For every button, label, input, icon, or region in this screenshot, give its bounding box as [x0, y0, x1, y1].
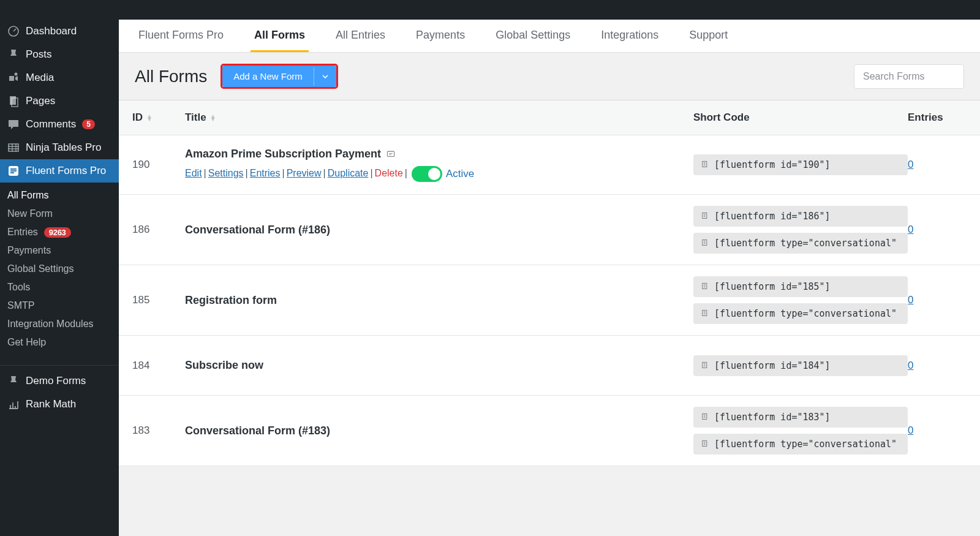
table-body: 190Amazon Prime Subscription PaymentEdit… [119, 135, 980, 466]
row-entries-cell: 0 [908, 425, 969, 437]
sidebar-item-comments[interactable]: Comments5 [0, 113, 119, 136]
shortcode-box[interactable]: [fluentform type="conversational" [693, 434, 908, 455]
search-input[interactable] [854, 64, 964, 89]
form-icon [7, 165, 20, 177]
submenu-label: Payments [7, 245, 51, 256]
row-id: 186 [130, 224, 185, 236]
shortcode-box[interactable]: [fluentform id="183"] [693, 407, 908, 428]
shortcode-box[interactable]: [fluentform id="184"] [693, 355, 908, 376]
chart-icon [7, 398, 20, 410]
action-duplicate[interactable]: Duplicate [328, 168, 369, 178]
submenu-item-entries[interactable]: Entries 9263 [0, 223, 119, 241]
entries-link[interactable]: 0 [908, 294, 913, 306]
sidebar-item-pages[interactable]: Pages [0, 89, 119, 113]
row-title-cell: Amazon Prime Subscription PaymentEdit|Se… [185, 148, 693, 182]
col-header-title[interactable]: Title ▲▼ [185, 111, 693, 124]
sort-icon: ▲▼ [210, 115, 216, 121]
sidebar-item-media[interactable]: Media [0, 66, 119, 89]
action-preview[interactable]: Preview [287, 168, 322, 178]
table-row: 186Conversational Form (#186)[fluentform… [119, 195, 980, 265]
submenu-item-integration-modules[interactable]: Integration Modules [0, 315, 119, 333]
row-id: 185 [130, 294, 185, 306]
table-row: 183Conversational Form (#183)[fluentform… [119, 396, 980, 466]
comment-icon [7, 118, 20, 130]
form-title[interactable]: Conversational Form (#186) [185, 224, 693, 236]
submenu-item-payments[interactable]: Payments [0, 241, 119, 260]
form-title[interactable]: Registration form [185, 294, 693, 307]
pin-icon [7, 375, 20, 387]
submenu-label: Entries [7, 227, 38, 238]
shortcode-box[interactable]: [fluentform type="conversational" [693, 233, 908, 254]
copy-icon [701, 309, 709, 318]
shortcode-text: [fluentform id="184"] [714, 360, 831, 371]
entries-link[interactable]: 0 [908, 360, 913, 371]
tab-support[interactable]: Support [685, 20, 731, 52]
submenu-item-all-forms[interactable]: All Forms [0, 186, 119, 205]
col-header-entries: Entries [908, 111, 969, 124]
submenu-label: Integration Modules [7, 319, 94, 330]
shortcode-text: [fluentform type="conversational" [714, 308, 897, 319]
row-id: 183 [130, 425, 185, 437]
tab-all-forms[interactable]: All Forms [251, 20, 309, 52]
sidebar-item-posts[interactable]: Posts [0, 43, 119, 66]
row-title-cell: Registration form [185, 294, 693, 307]
form-title[interactable]: Conversational Form (#183) [185, 425, 693, 437]
form-title[interactable]: Amazon Prime Subscription Payment [185, 148, 693, 160]
row-entries-cell: 0 [908, 360, 969, 372]
submenu-label: SMTP [7, 300, 34, 311]
wp-admin-sidebar: DashboardPostsMediaPagesComments5Ninja T… [0, 0, 119, 466]
sidebar-item-demo-forms[interactable]: Demo Forms [0, 369, 119, 393]
copy-icon [701, 160, 709, 169]
entries-link[interactable]: 0 [908, 159, 913, 170]
col-header-id[interactable]: ID ▲▼ [130, 111, 185, 124]
submenu-item-new-form[interactable]: New Form [0, 205, 119, 223]
row-title-cell: Conversational Form (#186) [185, 224, 693, 236]
add-new-form-button-group: Add a New Form [222, 66, 336, 87]
submenu-item-get-help[interactable]: Get Help [0, 333, 119, 352]
svg-rect-5 [9, 144, 18, 151]
pages-icon [7, 95, 20, 107]
row-shortcode-cell: [fluentform id="185"][fluentform type="c… [693, 276, 908, 324]
submenu-item-smtp[interactable]: SMTP [0, 296, 119, 315]
row-entries-cell: 0 [908, 224, 969, 236]
add-new-form-dropdown[interactable] [314, 67, 336, 86]
action-entries[interactable]: Entries [250, 168, 281, 178]
action-edit[interactable]: Edit [185, 168, 202, 178]
tab-fluent-forms-pro[interactable]: Fluent Forms Pro [135, 20, 227, 52]
entries-link[interactable]: 0 [908, 425, 913, 436]
submenu-item-global-settings[interactable]: Global Settings [0, 260, 119, 278]
col-header-shortcode: Short Code [693, 111, 908, 124]
add-new-form-button[interactable]: Add a New Form [222, 66, 314, 87]
form-title[interactable]: Subscribe now [185, 359, 693, 372]
plugin-tabs: Fluent Forms ProAll FormsAll EntriesPaym… [119, 20, 980, 53]
entries-link[interactable]: 0 [908, 224, 913, 235]
action-delete[interactable]: Delete [375, 168, 403, 178]
tab-payments[interactable]: Payments [412, 20, 469, 52]
add-new-form-highlight: Add a New Form [221, 64, 338, 89]
chevron-down-icon [322, 73, 329, 80]
shortcode-box[interactable]: [fluentform id="185"] [693, 276, 908, 297]
status-text: Active [446, 168, 474, 179]
shortcode-box[interactable]: [fluentform type="conversational" [693, 303, 908, 324]
submenu-item-tools[interactable]: Tools [0, 278, 119, 296]
sidebar-item-dashboard[interactable]: Dashboard [0, 20, 119, 43]
table-header: ID ▲▼ Title ▲▼ Short Code Entries [119, 100, 980, 135]
row-shortcode-cell: [fluentform id="190"] [693, 154, 908, 175]
svg-rect-1 [9, 76, 14, 81]
sidebar-item-label: Dashboard [26, 25, 77, 37]
sidebar-item-ninja-tables-pro[interactable]: Ninja Tables Pro [0, 136, 119, 159]
tab-integrations[interactable]: Integrations [597, 20, 662, 52]
shortcode-box[interactable]: [fluentform id="190"] [693, 154, 908, 175]
sidebar-item-fluent-forms-pro[interactable]: Fluent Forms Pro [0, 159, 119, 183]
tab-global-settings[interactable]: Global Settings [492, 20, 574, 52]
page-heading: All Forms [135, 67, 207, 86]
shortcode-box[interactable]: [fluentform id="186"] [693, 206, 908, 227]
shortcode-text: [fluentform type="conversational" [714, 439, 897, 450]
sidebar-item-label: Ninja Tables Pro [26, 142, 101, 154]
status-toggle[interactable] [412, 166, 442, 182]
sidebar-item-rank-math[interactable]: Rank Math [0, 393, 119, 416]
action-settings[interactable]: Settings [208, 168, 244, 178]
tab-all-entries[interactable]: All Entries [332, 20, 389, 52]
svg-rect-7 [387, 151, 394, 156]
table-row: 185Registration form[fluentform id="185"… [119, 265, 980, 336]
